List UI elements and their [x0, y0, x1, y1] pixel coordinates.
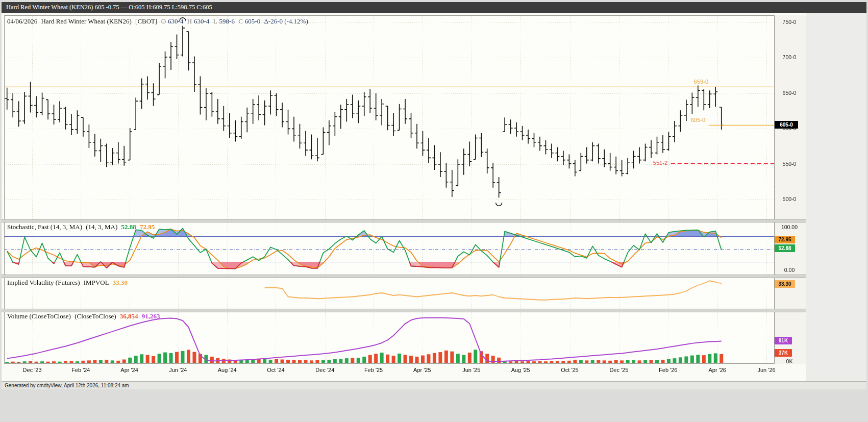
volume-axis-zero-label: 0K [775, 358, 804, 364]
price-axis-label: 650-0 [775, 90, 804, 96]
bar-date: 04/06/2026 [7, 17, 37, 25]
month-label: Apr '25 [408, 367, 436, 373]
generated-by-text: Generated by cmdtyView, April 12th 2026,… [5, 383, 129, 388]
window-title-bar: Hard Red Winter Wheat (KEN26) 605 -0.75 … [2, 2, 866, 13]
open-interest-value: 91,263 [142, 312, 160, 320]
high-value: 630-4 [194, 17, 209, 25]
stochastic-axis-label: 100.00 [775, 224, 804, 230]
chart-canvas[interactable] [0, 0, 868, 422]
stochastic-panel-header[interactable]: Stochastic, Fast (14, 3, MA) (14, 3, MA)… [7, 223, 157, 231]
month-label: Apr '26 [703, 367, 732, 373]
month-label: Dec '25 [605, 367, 633, 373]
last-price-level-label: 605-0 [667, 117, 705, 123]
implied-vol-value: 33.30 [113, 279, 128, 286]
volume-title: Volume (CloseToClose) [7, 312, 71, 320]
implied-vol-key: IMPVOL [84, 279, 109, 286]
month-label: Dec '24 [311, 367, 339, 373]
price-axis-label: 500-0 [775, 196, 804, 202]
open-interest-badge: 91K [775, 337, 792, 344]
month-label: Jun '24 [164, 367, 192, 373]
stochastic-params: (14, 3, MA) [86, 223, 117, 231]
stochastic-k-badge: 52.88 [775, 244, 795, 252]
month-label: Aug '24 [213, 367, 241, 373]
stochastic-axis-label: 0.00 [775, 267, 804, 273]
panel-divider[interactable] [2, 219, 806, 222]
stochastic-d-badge: 72.95 [775, 236, 795, 243]
open-value: 630-4 [168, 17, 183, 25]
cmdtyview-chart-window: Hard Red Winter Wheat (KEN26) 605 -0.75 … [0, 0, 868, 422]
price-panel-header[interactable]: 04/06/2026 Hard Red Winter Wheat (KEN26)… [7, 17, 310, 26]
implied-vol-title: Implied Volatility (Futures) [7, 279, 80, 286]
exchange-label: [CBOT] [135, 17, 157, 25]
month-label: Jun '25 [457, 367, 486, 373]
low-key: L [213, 17, 217, 25]
month-label: Jun '26 [752, 367, 781, 373]
price-axis-label: 550-0 [775, 161, 804, 167]
month-label: Aug '25 [506, 367, 535, 373]
implied-vol-badge: 33.30 [775, 280, 795, 288]
close-value: 605-0 [245, 17, 260, 25]
volume-params: (CloseToClose) [75, 312, 116, 320]
right-margin [806, 13, 866, 381]
month-label: Oct '24 [261, 367, 290, 373]
last-price-badge: 605-0 [775, 121, 798, 129]
high-key: H [187, 17, 192, 25]
volume-value: 36,854 [120, 312, 138, 320]
volume-badge: 37K [775, 349, 792, 357]
month-label: Dec '23 [18, 367, 46, 373]
resistance-level-label: 659-0 [667, 79, 708, 85]
panel-divider[interactable] [2, 275, 806, 278]
stochastic-title: Stochastic, Fast (14, 3, MA) [7, 223, 82, 231]
price-axis-label: 750-0 [775, 19, 804, 25]
month-label: Feb '25 [359, 367, 388, 373]
stochastic-d-value: 72.95 [140, 223, 155, 231]
low-value: 598-6 [219, 17, 235, 25]
panel-divider[interactable] [2, 309, 806, 312]
change-value: Δ-26-0 (-4.12%) [264, 17, 308, 25]
window-title: Hard Red Winter Wheat (KEN26) 605 -0.75 … [6, 4, 212, 11]
contract-name: Hard Red Winter Wheat (KEN26) [41, 17, 131, 25]
volume-panel-header[interactable]: Volume (CloseToClose) (CloseToClose) 36,… [7, 312, 162, 320]
month-label: Feb '26 [654, 367, 682, 373]
month-label: Oct '25 [556, 367, 584, 373]
price-axis-label: 700-0 [775, 54, 804, 60]
implied-vol-panel-header[interactable]: Implied Volatility (Futures) IMPVOL 33.3… [7, 279, 130, 287]
open-key: O [161, 17, 166, 25]
status-bar: Generated by cmdtyView, April 12th 2026,… [2, 381, 866, 389]
close-key: C [238, 17, 243, 25]
month-label: Feb '24 [66, 367, 95, 373]
support-level-label: 551-2 [631, 160, 667, 166]
stochastic-k-value: 52.88 [121, 223, 136, 231]
month-label: Apr '24 [115, 367, 144, 373]
